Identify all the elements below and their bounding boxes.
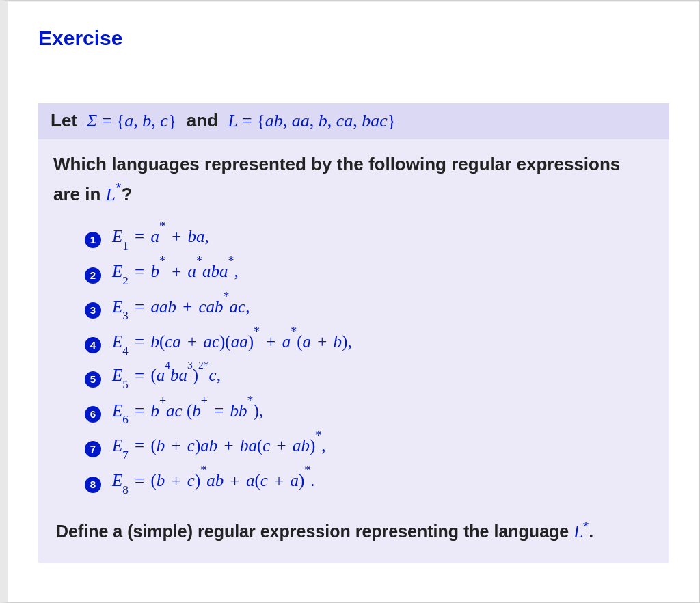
let-label: Let xyxy=(51,110,77,131)
L-def: L = {ab, aa, b, ca, bac} xyxy=(228,111,396,131)
bullet-number: 2 xyxy=(85,267,101,284)
bullet-number: 1 xyxy=(85,232,101,248)
list-item: 3E3 = aab + cab*ac, xyxy=(85,290,654,325)
L-star-2: L xyxy=(574,522,583,541)
question-line-2b: ? xyxy=(122,183,133,204)
expression-list: 1E1 = a* + ba,2E2 = b* + a*aba*,3E3 = aa… xyxy=(53,219,654,499)
expression: E3 = aab + cab*ac, xyxy=(112,296,250,319)
bullet-number: 3 xyxy=(85,302,101,319)
bullet-number: 6 xyxy=(85,406,101,423)
expression: E8 = (b + c)*ab + a(c + a)*. xyxy=(112,470,315,492)
list-item: 1E1 = a* + ba, xyxy=(85,219,654,254)
bullet-number: 7 xyxy=(85,441,101,457)
page-title: Exercise xyxy=(38,27,669,50)
block-body: Which languages represented by the follo… xyxy=(38,139,669,541)
exercise-block: Let Σ = {a, b, c} and L = {ab, aa, b, ca… xyxy=(38,103,669,563)
block-header: Let Σ = {a, b, c} and L = {ab, aa, b, ca… xyxy=(38,103,669,139)
and-label: and xyxy=(182,110,224,131)
expression: E5 = (a4ba3)2*c, xyxy=(112,366,221,387)
question-line-2a: are in xyxy=(53,183,106,204)
list-item: 4E4 = b(ca + ac)(aa)* + a*(a + b), xyxy=(85,325,654,360)
question-prompt: Which languages represented by the follo… xyxy=(53,152,654,207)
bullet-number: 8 xyxy=(85,477,101,493)
L-star: L xyxy=(106,184,116,204)
list-item: 5E5 = (a4ba3)2*c, xyxy=(85,360,654,393)
expression: E2 = b* + a*aba*, xyxy=(112,260,239,283)
star-symbol: * xyxy=(116,183,121,204)
define-prefix: Define a (simple) regular expression rep… xyxy=(56,522,574,541)
define-suffix: . xyxy=(589,522,593,541)
expression: E6 = b+ac (b+ = bb*), xyxy=(112,400,263,423)
list-item: 8E8 = (b + c)*ab + a(c + a)*. xyxy=(85,464,654,498)
list-item: 2E2 = b* + a*aba*, xyxy=(85,254,654,289)
slide-frame: Exercise Let Σ = {a, b, c} and L = {ab, … xyxy=(0,0,700,603)
expression: E1 = a* + ba, xyxy=(112,226,209,248)
define-prompt: Define a (simple) regular expression rep… xyxy=(53,518,654,541)
bullet-number: 5 xyxy=(85,371,101,388)
expression: E7 = (b + c)ab + ba(c + ab)*, xyxy=(112,435,326,457)
sigma-def: Σ = {a, b, c} xyxy=(82,111,176,131)
list-item: 6E6 = b+ac (b+ = bb*), xyxy=(85,394,654,429)
expression: E4 = b(ca + ac)(aa)* + a*(a + b), xyxy=(112,331,352,353)
star-symbol-2: * xyxy=(583,522,589,541)
list-item: 7E7 = (b + c)ab + ba(c + ab)*, xyxy=(85,429,654,464)
bullet-number: 4 xyxy=(85,337,101,353)
question-line-1: Which languages represented by the follo… xyxy=(53,154,620,174)
